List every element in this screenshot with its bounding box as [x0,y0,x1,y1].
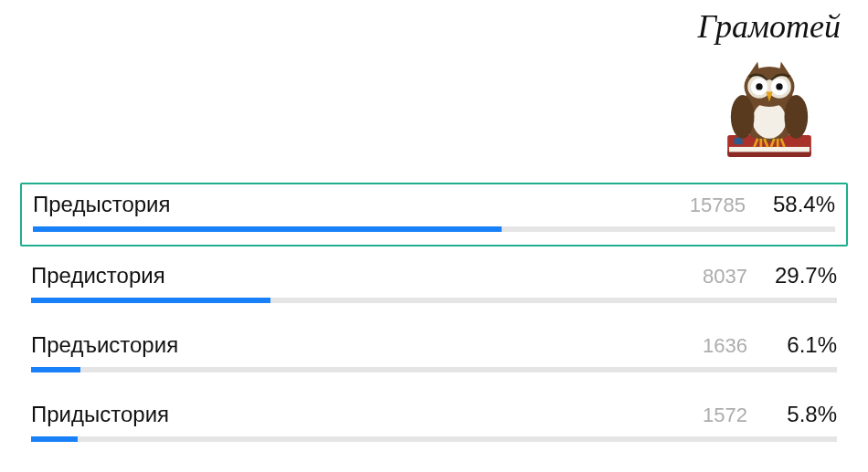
progress-fill [33,226,502,232]
svg-rect-3 [734,138,742,144]
option-count: 8037 [693,265,747,288]
brand-block: Грамотей [698,7,841,161]
option-label: Предыстория [33,192,690,217]
option-0[interactable]: Предыстория 15785 58.4% [20,183,848,246]
svg-point-6 [731,95,755,139]
progress-bar [31,436,837,442]
svg-point-7 [784,95,808,139]
progress-bar [33,226,835,232]
progress-bar [31,298,837,303]
owl-on-book-icon [719,51,820,161]
option-percent: 29.7% [773,263,837,288]
option-1[interactable]: Предистория 8037 29.7% [20,256,848,316]
option-percent: 58.4% [771,192,835,217]
option-count: 1636 [693,334,747,358]
option-label: Придыстория [31,402,693,427]
option-percent: 6.1% [773,332,837,358]
progress-fill [31,436,78,442]
progress-fill [31,298,270,303]
svg-point-5 [752,101,786,138]
option-percent: 5.8% [773,402,837,427]
svg-point-14 [776,83,782,89]
option-label: Предистория [31,263,693,288]
option-label: Предъистория [31,332,693,358]
option-count: 15785 [690,194,746,217]
poll-options: Предыстория 15785 58.4% Предистория 8037… [20,183,848,464]
svg-point-13 [756,83,762,89]
svg-rect-2 [729,147,810,152]
option-3[interactable]: Придыстория 1572 5.8% [20,394,848,455]
progress-bar [31,367,837,372]
progress-fill [31,367,80,372]
option-count: 1572 [693,404,747,427]
option-2[interactable]: Предъистория 1636 6.1% [20,325,848,385]
brand-title: Грамотей [698,7,841,46]
